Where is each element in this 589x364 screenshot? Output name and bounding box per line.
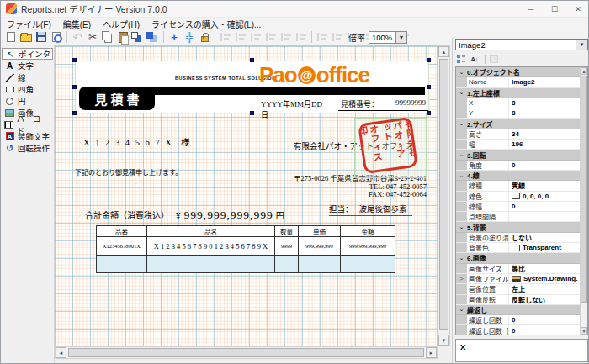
- paste-icon[interactable]: [115, 30, 130, 45]
- send-to-back-icon[interactable]: [146, 30, 161, 45]
- property-value[interactable]: 8: [509, 98, 587, 108]
- save-icon[interactable]: [34, 30, 49, 45]
- tool-circle[interactable]: 円: [2, 95, 53, 107]
- property-value[interactable]: 左上: [509, 284, 587, 293]
- property-category[interactable]: ⌄3.回転: [456, 150, 587, 160]
- property-value[interactable]: 等比: [509, 264, 587, 273]
- design-surface[interactable]: BUSINESS SYSTEM TOTAL SOLUSION Pao@offic…: [55, 46, 438, 346]
- align-left-icon[interactable]: [218, 30, 233, 45]
- chevron-down-icon[interactable]: ▼: [576, 40, 587, 50]
- lock-icon[interactable]: [197, 30, 212, 45]
- property-category[interactable]: ⌄4.線: [456, 171, 587, 181]
- maximize-button[interactable]: ☐: [543, 1, 566, 17]
- address-block-object[interactable]: 〒275-0026 千葉県習志野市谷津3-29-2-401 TEL: 047-4…: [174, 175, 427, 199]
- canvas-horizontal-scrollbar[interactable]: ◄ ►: [55, 346, 438, 359]
- property-category[interactable]: ⌄繰返し: [456, 305, 587, 315]
- property-category[interactable]: ⌄2.サイズ: [456, 119, 587, 129]
- selection-handle[interactable]: [250, 111, 254, 115]
- total-amount-object[interactable]: 合計金額（消費税込） ¥ 999,999,999,999 円: [85, 208, 353, 224]
- snap-to-object-icon[interactable]: ╬: [182, 30, 197, 45]
- horizontal-scroll-thumb[interactable]: [68, 348, 424, 357]
- property-value[interactable]: 0: [509, 325, 587, 335]
- align-top-icon[interactable]: [233, 30, 248, 45]
- menu-item-2[interactable]: ヘルプ(H): [97, 18, 146, 29]
- zoom-select[interactable]: 100% ▼: [369, 31, 407, 44]
- expander-icon[interactable]: >: [456, 274, 467, 283]
- scroll-down-icon[interactable]: ▼: [581, 327, 587, 335]
- snap-to-grid-icon[interactable]: +: [167, 30, 182, 45]
- tool-barcode[interactable]: バーコード: [2, 119, 53, 130]
- make-same-width-icon[interactable]: [315, 30, 330, 45]
- property-value[interactable]: 0: [509, 315, 587, 324]
- scroll-up-icon[interactable]: ▲: [581, 67, 587, 75]
- property-category[interactable]: ⌄6.画像: [456, 253, 587, 263]
- close-button[interactable]: ✕: [566, 1, 589, 17]
- items-table-object[interactable]: 品番品名数量単価金額X12345678901XX 1 2 3 4 5 6 7 8…: [96, 225, 395, 273]
- align-center-horizontal-icon[interactable]: [279, 30, 294, 45]
- scroll-thumb[interactable]: [581, 76, 587, 303]
- menu-item-3[interactable]: ライセンスの購入・確認(L)...: [146, 18, 267, 29]
- tool-rectangle[interactable]: 四角: [2, 83, 53, 95]
- property-value[interactable]: 実線: [509, 181, 587, 190]
- align-center-vertical-icon[interactable]: [294, 30, 309, 45]
- selection-handle[interactable]: [72, 111, 77, 115]
- table-row[interactable]: X12345678901XX 1 2 3 4 5 6 7 8 9 0 1 2 3…: [97, 237, 395, 256]
- vertical-scroll-thumb[interactable]: [439, 59, 448, 330]
- scroll-right-icon[interactable]: ►: [426, 347, 437, 358]
- new-document-icon[interactable]: [3, 30, 19, 45]
- header-image-object[interactable]: BUSINESS SYSTEM TOTAL SOLUSION Pao@offic…: [75, 61, 429, 113]
- tool-text[interactable]: A文字: [2, 60, 53, 71]
- table-row[interactable]: [97, 256, 395, 273]
- minimize-button[interactable]: ─: [519, 1, 543, 17]
- property-category[interactable]: ⌄1.左上座標: [456, 88, 587, 98]
- selection-handle[interactable]: [427, 85, 431, 89]
- bring-to-front-icon[interactable]: [130, 30, 146, 45]
- canvas-vertical-scrollbar[interactable]: ▲ ▼: [438, 45, 450, 346]
- selection-handle[interactable]: [427, 58, 431, 62]
- scroll-left-icon[interactable]: ◄: [56, 347, 66, 358]
- property-category[interactable]: ⌄0.オブジェクト名: [456, 67, 587, 77]
- align-bottom-icon[interactable]: [263, 30, 279, 45]
- make-same-height-icon[interactable]: [330, 30, 345, 45]
- scroll-up-icon[interactable]: ▲: [438, 46, 449, 57]
- undo-icon[interactable]: ↶: [70, 30, 85, 45]
- selection-handle[interactable]: [72, 85, 77, 89]
- property-value[interactable]: [509, 212, 587, 221]
- property-pages-icon[interactable]: [488, 54, 500, 65]
- property-grid-scrollbar[interactable]: ▲ ▼: [580, 67, 587, 335]
- property-value[interactable]: 0, 0, 0, 0: [509, 192, 587, 201]
- selection-handle[interactable]: [250, 58, 254, 62]
- selection-handle[interactable]: [72, 58, 77, 62]
- alphabetical-sort-icon[interactable]: A↓: [469, 54, 480, 65]
- tool-pointer[interactable]: ↖ポインタ: [2, 48, 53, 60]
- cut-icon[interactable]: ✂: [85, 30, 100, 45]
- scroll-down-icon[interactable]: ▼: [438, 335, 449, 346]
- tool-rotate[interactable]: ↺回転操作: [2, 142, 53, 154]
- align-right-icon[interactable]: [248, 30, 263, 45]
- design-canvas[interactable]: BUSINESS SYSTEM TOTAL SOLUSION Pao@offic…: [55, 45, 438, 346]
- open-file-icon[interactable]: [19, 30, 34, 45]
- company-seal-object[interactable]: 有限会社パオ・アットオフィス印: [358, 117, 418, 174]
- categorized-view-icon[interactable]: [455, 54, 467, 65]
- menu-item-1[interactable]: 編集(E): [57, 18, 97, 29]
- property-value[interactable]: 反転しない: [509, 295, 587, 304]
- property-value[interactable]: しない: [509, 233, 587, 242]
- print-preview-icon[interactable]: [49, 30, 64, 45]
- object-selector-dropdown[interactable]: Image2 ▼: [455, 39, 588, 50]
- greeting-text-object[interactable]: 下記のとおり御見積申し上げます。: [75, 167, 182, 177]
- tool-decorated-text[interactable]: A装飾文字: [2, 130, 53, 142]
- customer-name-object[interactable]: X 1 2 3 4 5 6 7 X様: [82, 135, 193, 150]
- tool-line[interactable]: 線: [2, 71, 53, 83]
- property-value[interactable]: 34: [509, 129, 587, 139]
- property-value[interactable]: 196: [509, 140, 587, 149]
- chevron-down-icon[interactable]: ▼: [395, 32, 406, 43]
- property-value[interactable]: 0: [509, 161, 587, 170]
- property-value[interactable]: Image2: [509, 77, 587, 87]
- property-value[interactable]: 0: [509, 202, 587, 211]
- property-value[interactable]: 8: [509, 108, 587, 118]
- selection-handle[interactable]: [427, 111, 431, 115]
- property-value[interactable]: Transparent: [509, 243, 587, 252]
- menu-item-0[interactable]: ファイル(F): [1, 18, 57, 29]
- property-category[interactable]: ⌄5.背景: [456, 222, 587, 232]
- property-value[interactable]: System.Drawing.: [509, 274, 587, 283]
